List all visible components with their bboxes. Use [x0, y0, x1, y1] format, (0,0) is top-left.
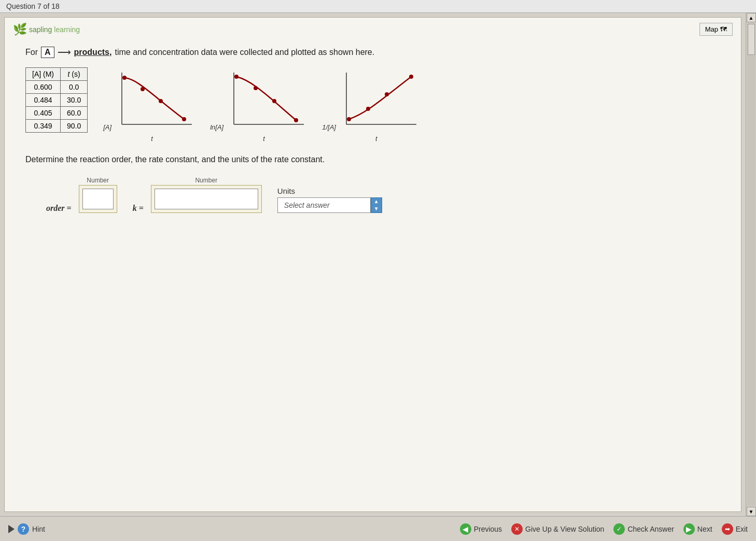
graphs-container: [A]: [103, 67, 419, 143]
svg-point-10: [272, 99, 276, 103]
previous-label: Previous: [474, 525, 502, 533]
svg-point-14: [347, 117, 351, 121]
concentration-table: [A] (M) t (s) 0.600 0.0 0.484 30.0: [25, 67, 88, 133]
table-cell-A4: 0.349: [26, 120, 61, 133]
svg-point-8: [234, 75, 239, 79]
units-select-spinner[interactable]: ▲ ▼: [371, 197, 382, 213]
table-cell-t3: 60.0: [61, 107, 88, 120]
scroll-track: [747, 23, 755, 506]
spinner-down-button[interactable]: ▼: [371, 205, 382, 212]
units-label: Units: [277, 187, 295, 195]
graph-invA-xlabel: t: [375, 135, 377, 143]
k-equation-label: k =: [133, 204, 144, 213]
table-header-A: [A] (M): [26, 68, 61, 81]
k-input[interactable]: [155, 189, 258, 209]
scroll-thumb[interactable]: [748, 24, 755, 55]
previous-button[interactable]: ◀ Previous: [460, 523, 502, 535]
map-button[interactable]: Map 🗺: [699, 23, 733, 36]
table-row: 0.405 60.0: [26, 107, 88, 120]
graph-lnA: t: [223, 67, 306, 143]
svg-point-4: [159, 99, 163, 103]
table-row: 0.484 30.0: [26, 94, 88, 107]
graph-A-xlabel: t: [151, 135, 153, 143]
table-cell-t2: 30.0: [61, 94, 88, 107]
units-group: Units Select answer ▲ ▼: [277, 187, 382, 213]
hint-icon: ?: [18, 523, 29, 535]
table-cell-A1: 0.600: [26, 81, 61, 94]
order-input[interactable]: [82, 189, 114, 209]
svg-point-9: [254, 86, 258, 90]
check-answer-button[interactable]: ✓ Check Answer: [613, 523, 674, 535]
table-row: 0.600 0.0: [26, 81, 88, 94]
intro-rest-text: time and concentration data were collect…: [115, 48, 374, 57]
table-header-t: t (s): [61, 68, 88, 81]
exit-button[interactable]: ➡ Exit: [722, 523, 748, 535]
determine-text: Determine the reaction order, the rate c…: [25, 155, 720, 164]
svg-point-15: [366, 107, 370, 111]
scroll-down-button[interactable]: ▼: [747, 507, 756, 516]
giveup-icon: ✕: [511, 523, 523, 535]
table-cell-A3: 0.405: [26, 107, 61, 120]
graph-A-wrapper: [A]: [103, 67, 194, 143]
map-icon: 🗺: [720, 25, 727, 33]
title-bar: Question 7 of 18: [0, 0, 756, 13]
graph-A: t: [111, 67, 194, 143]
table-cell-t4: 90.0: [61, 120, 88, 133]
previous-icon: ◀: [460, 523, 471, 535]
order-number-label: Number: [79, 177, 117, 184]
check-icon: ✓: [613, 523, 625, 535]
next-label: Next: [697, 525, 712, 533]
data-section: [A] (M) t (s) 0.600 0.0 0.484 30.0: [25, 67, 720, 143]
svg-point-3: [141, 87, 145, 91]
reaction-box: A ⟶ products,: [41, 47, 111, 58]
graph-lnA-wrapper: ln[A]: [210, 67, 306, 143]
order-equation-label: order =: [46, 204, 72, 213]
exit-icon: ➡: [722, 523, 733, 535]
units-select-box[interactable]: Select answer: [277, 197, 371, 213]
k-input-group: Number: [151, 177, 262, 213]
for-label: For: [25, 48, 38, 57]
select-answer-text: Select answer: [284, 201, 330, 209]
nav-buttons: ◀ Previous ✕ Give Up & View Solution ✓ C…: [460, 523, 748, 535]
svg-point-5: [182, 117, 186, 121]
next-button[interactable]: ▶ Next: [683, 523, 712, 535]
reaction-arrow-icon: ⟶: [58, 47, 71, 58]
k-input-container: [151, 185, 262, 213]
svg-point-2: [122, 76, 127, 80]
giveup-label: Give Up & View Solution: [525, 525, 604, 533]
table-cell-t1: 0.0: [61, 81, 88, 94]
order-input-group: Number: [79, 177, 117, 213]
svg-point-11: [294, 118, 298, 122]
svg-point-16: [385, 92, 389, 96]
hint-area[interactable]: ? Hint: [8, 523, 45, 535]
question-content: For A ⟶ products, time and concentration…: [5, 41, 741, 511]
graph-A-ylabel: [A]: [103, 67, 111, 143]
play-icon: [8, 525, 15, 533]
graph-lnA-ylabel: ln[A]: [210, 67, 223, 143]
bottom-bar: ? Hint ◀ Previous ✕ Give Up & View Solut…: [0, 516, 756, 541]
spinner-up-button[interactable]: ▲: [371, 198, 382, 205]
graph-invA: t: [336, 67, 419, 143]
question-title: Question 7 of 18: [6, 2, 60, 10]
hint-label: Hint: [32, 525, 45, 533]
k-number-label: Number: [151, 177, 262, 184]
check-label: Check Answer: [627, 525, 674, 533]
table-cell-A2: 0.484: [26, 94, 61, 107]
logo-area: 🌿 sapling learning Map 🗺: [5, 18, 741, 41]
sapling-logo: 🌿 sapling learning: [13, 23, 80, 36]
reactant-label: A: [41, 47, 54, 58]
scroll-up-button[interactable]: ▲: [747, 13, 756, 22]
select-answer-container: Select answer ▲ ▼: [277, 197, 382, 213]
table-row: 0.349 90.0: [26, 120, 88, 133]
map-button-label: Map: [705, 25, 718, 33]
svg-point-17: [409, 75, 413, 79]
graph-invA-wrapper: 1/[A]: [322, 67, 419, 143]
logo-text: sapling learning: [29, 25, 80, 34]
next-icon: ▶: [683, 523, 695, 535]
giveup-button[interactable]: ✕ Give Up & View Solution: [511, 523, 604, 535]
scrollbar: ▲ ▼: [746, 13, 756, 516]
exit-label: Exit: [736, 525, 748, 533]
inputs-section: order = Number k = Number: [46, 177, 720, 213]
products-label: products,: [74, 48, 112, 57]
intro-text: For A ⟶ products, time and concentration…: [25, 47, 720, 58]
